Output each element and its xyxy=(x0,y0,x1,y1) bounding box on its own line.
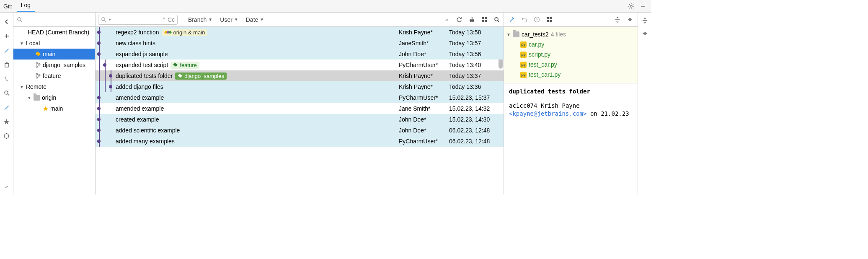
details-panel: ▼ car_tests2 4 files pycar.pypyscript.py… xyxy=(504,13,638,194)
commit-author: John Doe* xyxy=(399,51,449,57)
commit-row[interactable]: regexp2 function origin & mainKrish Payn… xyxy=(96,27,504,38)
svg-rect-47 xyxy=(550,17,552,19)
trash-icon[interactable] xyxy=(3,60,11,69)
layout-icon[interactable] xyxy=(480,16,488,24)
svg-marker-27 xyxy=(43,106,48,111)
file-row[interactable]: pytest_car.py xyxy=(506,60,635,70)
ref-badge: django_samples xyxy=(175,73,227,80)
tree-row[interactable]: feature xyxy=(13,70,95,81)
group-icon[interactable] xyxy=(545,16,553,24)
commit-row[interactable]: added django filesKrish Payne*Today 13:3… xyxy=(96,81,504,92)
file-row[interactable]: pycar.py xyxy=(506,39,635,49)
star-icon[interactable] xyxy=(3,117,11,126)
commit-author: PyCharmUser* xyxy=(399,138,449,145)
svg-point-28 xyxy=(102,18,105,21)
svg-rect-32 xyxy=(482,17,484,19)
find-icon[interactable] xyxy=(493,16,501,24)
pin-icon[interactable] xyxy=(507,16,516,24)
commit-datetime: 21.02.23 xyxy=(601,110,629,117)
wand-icon[interactable] xyxy=(3,46,11,54)
minimize-icon[interactable] xyxy=(638,2,648,11)
svg-marker-40 xyxy=(168,31,172,34)
filter-user[interactable]: User▼ xyxy=(218,16,240,24)
filter-date[interactable]: Date▼ xyxy=(244,16,266,24)
tree-row[interactable]: django_samples xyxy=(13,60,95,70)
details-toolbar xyxy=(504,13,638,27)
back-icon[interactable] xyxy=(3,18,11,26)
commit-row[interactable]: expanded test script featurePyCharmUser*… xyxy=(96,60,504,70)
plus-icon[interactable] xyxy=(3,32,11,40)
commit-row[interactable]: amended examplePyCharmUser*15.02.23, 15:… xyxy=(96,92,504,103)
commit-author: PyCharmUser* xyxy=(399,94,449,101)
expand-icon[interactable]: » xyxy=(442,16,451,24)
more-icon[interactable]: » xyxy=(3,182,11,190)
commit-row[interactable]: amended exampleJane Smith*15.02.23, 14:3… xyxy=(96,103,504,114)
svg-point-0 xyxy=(630,5,632,7)
commit-date: Today 13:36 xyxy=(449,83,504,90)
svg-point-24 xyxy=(36,73,38,75)
commit-message: amended example xyxy=(116,94,164,101)
svg-line-29 xyxy=(104,20,106,22)
commit-date: Today 13:57 xyxy=(449,40,504,47)
commit-hash: ac1cc074 xyxy=(509,102,537,109)
regex-icon[interactable]: .* xyxy=(160,16,165,23)
commit-date: 15.02.23, 15:37 xyxy=(449,94,504,101)
gear-icon[interactable] xyxy=(627,2,636,11)
svg-rect-49 xyxy=(550,20,552,22)
collapse-all-icon[interactable] xyxy=(626,16,634,24)
svg-point-23 xyxy=(39,63,40,65)
python-file-icon: py xyxy=(520,52,527,58)
commit-date: Today 13:56 xyxy=(449,51,504,57)
svg-rect-48 xyxy=(547,20,549,22)
tree-row[interactable]: ▼ origin xyxy=(13,92,95,103)
collapse-all-icon[interactable] xyxy=(642,31,648,38)
wand-blue-icon[interactable] xyxy=(3,103,11,111)
commit-author: Krish Payne xyxy=(541,102,580,109)
tree-row[interactable]: main xyxy=(13,49,95,60)
tab-log[interactable]: Log xyxy=(17,0,35,12)
history-icon[interactable] xyxy=(532,16,541,24)
commit-date: Today 13:37 xyxy=(449,73,504,79)
svg-marker-19 xyxy=(36,52,41,56)
target-icon[interactable] xyxy=(3,132,11,140)
commit-author: PyCharmUser* xyxy=(399,62,449,68)
svg-rect-33 xyxy=(485,17,487,19)
commit-row[interactable]: new class hintsJaneSmith*Today 13:57 xyxy=(96,38,504,49)
merge-icon[interactable] xyxy=(3,75,11,83)
undo-icon[interactable] xyxy=(520,16,528,24)
svg-point-17 xyxy=(18,18,21,21)
case-toggle[interactable]: Cc xyxy=(168,16,175,23)
file-row[interactable]: pyscript.py xyxy=(506,49,635,60)
refresh-icon[interactable] xyxy=(455,16,463,24)
folder-row[interactable]: ▼ car_tests2 4 files xyxy=(506,29,635,39)
branch-search[interactable] xyxy=(13,13,95,27)
commit-row[interactable]: added scientific exampleJohn Doe*06.02.2… xyxy=(96,125,504,136)
svg-point-36 xyxy=(495,18,498,21)
expand-all-icon[interactable] xyxy=(613,16,622,24)
chevron-down-icon: ▼ xyxy=(506,32,511,37)
tree-row[interactable]: main xyxy=(13,103,95,114)
left-gutter: » xyxy=(0,13,13,194)
commit-row[interactable]: created exampleJohn Doe*15.02.23, 14:30 xyxy=(96,114,504,125)
on-label: on xyxy=(590,110,597,117)
commit-row[interactable]: expanded js sampleJohn Doe*Today 13:56 xyxy=(96,49,504,60)
commit-date: 06.02.23, 12:48 xyxy=(449,138,504,145)
commit-message: amended example xyxy=(116,105,164,112)
commit-message: added many examples xyxy=(116,138,175,145)
expand-all-icon[interactable] xyxy=(642,18,648,25)
svg-line-9 xyxy=(8,94,9,96)
log-search[interactable]: ▾ .* Cc xyxy=(98,15,178,25)
tree-row[interactable]: ▼ Local xyxy=(13,38,95,49)
commit-row[interactable]: duplicated tests folder django_samplesKr… xyxy=(96,70,504,81)
tree-row[interactable]: ▼ Remote xyxy=(13,81,95,92)
commit-author: John Doe* xyxy=(399,116,449,123)
commit-message: created example xyxy=(116,116,159,123)
search-icon[interactable] xyxy=(3,89,11,97)
filter-branch[interactable]: Branch▼ xyxy=(186,16,214,24)
cherry-pick-icon[interactable] xyxy=(468,16,476,24)
commit-email[interactable]: <kpayne@jetbrains.com> xyxy=(509,110,586,117)
tree-row[interactable]: HEAD (Current Branch) xyxy=(13,27,95,38)
commit-row[interactable]: added many examplesPyCharmUser*06.02.23,… xyxy=(96,136,504,147)
file-row[interactable]: pytest_car1.py xyxy=(506,70,635,80)
log-toolbar: ▾ .* Cc Branch▼ User▼ Date▼ » xyxy=(96,13,504,27)
